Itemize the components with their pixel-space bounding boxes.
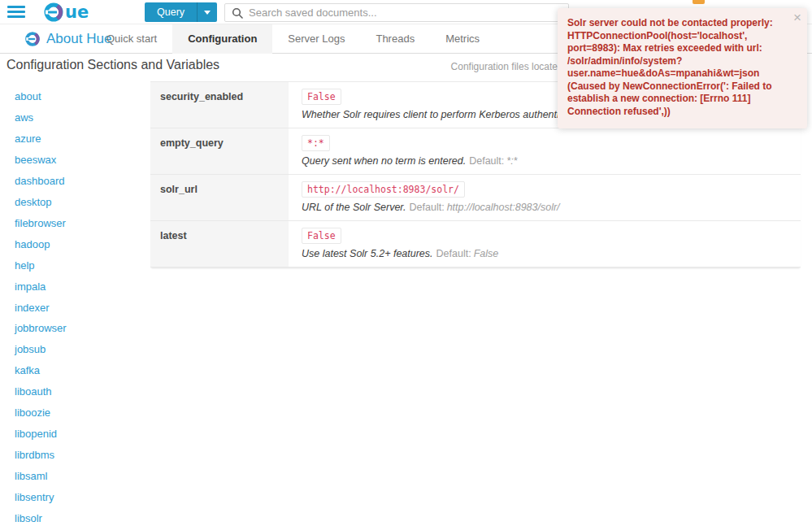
hue-app: ue Query <box>0 0 812 526</box>
tab-configuration[interactable]: Configuration <box>172 24 272 54</box>
hue-app-icon <box>24 31 41 50</box>
query-split-button: Query <box>145 2 217 22</box>
sidebar-item-help[interactable]: help <box>15 259 35 272</box>
config-value-cell: http://localhost:8983/solr/ URL of the S… <box>289 175 801 220</box>
hamburger-menu-icon[interactable] <box>7 6 25 19</box>
close-icon[interactable]: × <box>793 11 801 24</box>
config-description: Use latest Solr 5.2+ features.Default:Fa… <box>302 248 788 259</box>
tab-threads[interactable]: Threads <box>360 24 430 54</box>
error-message: Solr server could not be contacted prope… <box>567 17 788 118</box>
search-icon <box>232 7 243 19</box>
config-key: empty_query <box>150 128 289 174</box>
sidebar-item-aws[interactable]: aws <box>15 111 33 124</box>
query-button[interactable]: Query <box>145 2 197 22</box>
sidebar-item-libopenid[interactable]: libopenid <box>15 428 57 440</box>
tab-metrics[interactable]: Metrics <box>430 24 495 54</box>
sidebar-item-libsaml[interactable]: libsaml <box>15 470 47 482</box>
sidebar-item-desktop[interactable]: desktop <box>15 196 52 208</box>
config-value-badge: *:* <box>302 135 330 151</box>
sidebar-item-filebrowser[interactable]: filebrowser <box>15 217 66 229</box>
config-value-badge: http://localhost:8983/solr/ <box>302 181 465 198</box>
default-value: *:* <box>506 155 517 167</box>
tab-server-logs[interactable]: Server Logs <box>272 24 360 54</box>
sidebar-item-liboozie[interactable]: liboozie <box>15 406 50 419</box>
sidebar-item-librdbms[interactable]: librdbms <box>15 449 54 461</box>
config-files-note: Configuration files locate <box>451 61 558 72</box>
config-description: Query sent when no term is entered.Defau… <box>302 155 788 167</box>
sidebar-item-libsolr[interactable]: libsolr <box>15 512 42 524</box>
search-input[interactable] <box>249 7 568 19</box>
error-toast: Solr server could not be contacted prope… <box>558 8 807 128</box>
table-row: solr_url http://localhost:8983/solr/ URL… <box>150 175 801 221</box>
hue-logo[interactable]: ue <box>43 2 89 23</box>
config-description: URL of the Solr Server.Default:http://lo… <box>302 202 788 213</box>
sidebar-item-dashboard[interactable]: dashboard <box>15 175 64 187</box>
section-heading: Configuration Sections and Variables <box>7 58 219 72</box>
sidebar-item-jobsub[interactable]: jobsub <box>15 343 46 355</box>
config-value-badge: False <box>302 228 341 244</box>
table-row: empty_query *:* Query sent when no term … <box>150 128 801 175</box>
default-label: Default: <box>436 248 471 259</box>
chevron-down-icon <box>204 11 211 15</box>
config-key: solr_url <box>150 175 289 220</box>
default-value: http://localhost:8983/solr/ <box>447 202 560 213</box>
sidebar-item-kafka[interactable]: kafka <box>15 364 40 376</box>
default-value: False <box>474 248 499 259</box>
config-value-badge: False <box>302 89 341 105</box>
sidebar-item-jobbrowser[interactable]: jobbrowser <box>15 322 67 334</box>
config-key: security_enabled <box>150 82 289 128</box>
config-value-cell: False Use latest Solr 5.2+ features.Defa… <box>289 221 801 267</box>
table-row: latest False Use latest Solr 5.2+ featur… <box>150 221 801 267</box>
hue-logo-icon <box>43 2 64 23</box>
sidebar-item-azure[interactable]: azure <box>15 133 41 145</box>
sidebar-item-impala[interactable]: impala <box>15 280 46 293</box>
config-value-cell: *:* Query sent when no term is entered.D… <box>289 128 801 174</box>
hue-logo-text: ue <box>65 2 89 22</box>
jobs-indicator-partial[interactable] <box>693 0 705 4</box>
sidebar-item-liboauth[interactable]: liboauth <box>15 385 52 398</box>
config-key: latest <box>150 221 289 267</box>
tab-quick-start[interactable]: Quick start <box>91 24 172 54</box>
sidebar-item-about[interactable]: about <box>15 90 41 102</box>
sidebar-item-libsentry[interactable]: libsentry <box>15 491 54 503</box>
sidebar-item-beeswax[interactable]: beeswax <box>15 154 56 166</box>
sidebar-item-indexer[interactable]: indexer <box>15 302 50 314</box>
sidebar-item-hadoop[interactable]: hadoop <box>15 238 50 250</box>
document-search-box <box>224 3 569 22</box>
default-label: Default: <box>410 202 445 213</box>
query-dropdown-button[interactable] <box>197 2 217 22</box>
default-label: Default: <box>469 155 504 167</box>
config-sections-list: about aws azure beeswax dashboard deskto… <box>15 86 75 526</box>
tab-bar: Quick start Configuration Server Logs Th… <box>91 24 495 54</box>
